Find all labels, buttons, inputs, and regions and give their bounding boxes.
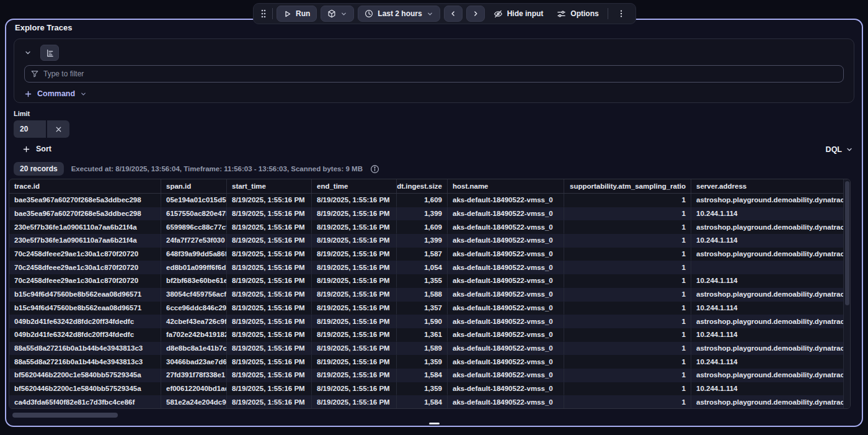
vertical-scrollbar-thumb[interactable] — [845, 181, 849, 305]
vertical-scrollbar[interactable] — [843, 179, 850, 409]
add-sort-button[interactable]: Sort — [22, 145, 51, 153]
table-cell: 1,355 — [397, 274, 448, 288]
page-title: Explore Traces — [15, 23, 73, 32]
table-cell: b15c94f6d47560be8b562eaa08d96571 — [9, 302, 161, 315]
table-cell: 10.244.1.114 — [691, 328, 843, 342]
table-cell: 8/19/2025, 1:55:16 PM — [312, 234, 397, 248]
run-button[interactable]: Run — [277, 6, 317, 22]
table-cell: 049b2d41fe63242d8fdc20ff34fdedfc — [9, 315, 161, 328]
options-button[interactable]: Options — [552, 6, 603, 22]
table-cell: 8/19/2025, 1:55:16 PM — [227, 328, 312, 342]
table-row[interactable]: 88a55d8a27216b0a1b44b4e3943813c330466bad… — [9, 355, 843, 369]
table-cell: astroshop.playground.demoability.dynatra… — [691, 395, 843, 409]
play-icon — [283, 10, 291, 18]
table-cell: bf5620446b2200c1e5840bb57529345a — [9, 369, 161, 382]
table-cell: 230e5f7b36fe1a0906110a7aa6b21f4a — [9, 220, 161, 234]
table-cell: 8/19/2025, 1:55:16 PM — [312, 382, 397, 396]
table-cell: aks-default-18490522-vmss_0 — [448, 355, 564, 369]
column-header[interactable]: server.address — [691, 179, 843, 193]
table-cell: 10.244.1.114 — [691, 355, 843, 369]
filter-input[interactable] — [43, 70, 838, 78]
dql-label: DQL — [826, 145, 842, 154]
limit-control — [14, 120, 69, 138]
table-cell: 10.244.1.114 — [691, 302, 843, 315]
table-row[interactable]: b15c94f6d47560be8b562eaa08d965716cce96dd… — [9, 302, 843, 315]
column-header[interactable]: span.id — [161, 179, 227, 193]
column-header[interactable]: dt.ingest.size — [397, 179, 448, 193]
column-header[interactable]: supportability.atm_sampling_ratio — [564, 179, 691, 193]
plus-icon — [24, 90, 32, 98]
table-cell: 1 — [564, 220, 691, 234]
table-row[interactable]: b15c94f6d47560be8b562eaa08d9657138054cf4… — [9, 288, 843, 302]
table-cell: 1 — [564, 302, 691, 315]
table-cell: 8/19/2025, 1:55:16 PM — [312, 207, 397, 221]
filter-field[interactable] — [24, 65, 844, 83]
limit-input[interactable] — [14, 120, 46, 138]
column-header[interactable]: end_time — [312, 179, 397, 193]
timeframe-label: Last 2 hours — [378, 9, 422, 18]
table-cell: 8/19/2025, 1:55:16 PM — [227, 248, 312, 261]
results-table-container: trace.idspan.idstart_timeend_timedt.inge… — [9, 179, 851, 409]
timeframe-selector[interactable]: Last 2 hours — [358, 6, 440, 22]
table-cell: 8/19/2025, 1:55:16 PM — [312, 274, 397, 288]
table-cell: 1,584 — [397, 369, 448, 382]
table-cell: 1,054 — [397, 261, 448, 274]
horizontal-scrollbar-thumb[interactable] — [12, 413, 118, 418]
collapse-query-icon[interactable] — [24, 49, 32, 56]
more-menu-button[interactable] — [612, 6, 631, 22]
panel-resize-handle[interactable] — [429, 423, 440, 424]
dql-toggle[interactable]: DQL — [826, 145, 853, 154]
table-row[interactable]: 230e5f7b36fe1a0906110a7aa6b21f4a24fa7f72… — [9, 234, 843, 248]
history-back-button[interactable] — [444, 6, 463, 22]
drag-handle-icon[interactable] — [259, 9, 268, 19]
add-command-label: Command — [37, 89, 75, 98]
table-cell: 8/19/2025, 1:55:16 PM — [227, 355, 312, 369]
table-cell: 8/19/2025, 1:55:16 PM — [227, 194, 312, 207]
floating-toolbar: Run Last 2 hours — [253, 3, 636, 24]
table-row[interactable]: bf5620446b2200c1e5840bb57529345a27fd391f… — [9, 369, 843, 382]
table-cell: 581e2a24e204dc90 — [161, 395, 227, 409]
table-cell: ef006122040bd1ad — [161, 382, 227, 396]
add-sort-label: Sort — [36, 145, 51, 153]
run-mode-dropdown[interactable] — [321, 6, 354, 22]
table-cell: 8/19/2025, 1:55:16 PM — [227, 369, 312, 382]
table-cell: 1,361 — [397, 328, 448, 342]
table-cell: 1 — [564, 382, 691, 396]
table-cell: 230e5f7b36fe1a0906110a7aa6b21f4a — [9, 234, 161, 248]
horizontal-scrollbar[interactable] — [9, 413, 859, 418]
table-cell: 8/19/2025, 1:55:16 PM — [227, 274, 312, 288]
table-cell: b15c94f6d47560be8b562eaa08d96571 — [9, 288, 161, 302]
table-cell: 049b2d41fe63242d8fdc20ff34fdedfc — [9, 328, 161, 342]
table-cell: 8/19/2025, 1:55:16 PM — [227, 207, 312, 221]
table-row[interactable]: 70c2458dfeee29ae1c30a1c870f20720648f39a9… — [9, 248, 843, 261]
table-cell: 1,588 — [397, 288, 448, 302]
table-cell: 8/19/2025, 1:55:16 PM — [227, 302, 312, 315]
table-cell: 8/19/2025, 1:55:16 PM — [227, 315, 312, 328]
history-forward-button[interactable] — [466, 6, 485, 22]
table-row[interactable]: 88a55d8a27216b0a1b44b4e3943813c3d8e8bc8a… — [9, 342, 843, 356]
table-row[interactable]: ca4d3fda65f40f82e81c7d3fbc4ce86f581e2a24… — [9, 395, 843, 409]
table-row[interactable]: 230e5f7b36fe1a0906110a7aa6b21f4a6599896c… — [9, 220, 843, 234]
span-tree-view-button[interactable] — [40, 45, 59, 61]
kebab-menu-icon — [618, 9, 625, 18]
column-header[interactable]: start_time — [227, 179, 312, 193]
table-cell: 1,359 — [397, 355, 448, 369]
table-cell: 6599896cc88c77c9 — [161, 220, 227, 234]
hide-input-button[interactable]: Hide input — [489, 6, 549, 22]
table-row[interactable]: bae35ea967a60270f268e5a3ddbec2986157550a… — [9, 207, 843, 221]
table-cell: 1,399 — [397, 207, 448, 221]
table-cell: 70c2458dfeee29ae1c30a1c870f20720 — [9, 261, 161, 274]
table-row[interactable]: 049b2d41fe63242d8fdc20ff34fdedfcfa702e24… — [9, 328, 843, 342]
add-command-button[interactable]: Command — [24, 89, 87, 98]
column-header[interactable]: trace.id — [9, 179, 161, 193]
table-row[interactable]: 049b2d41fe63242d8fdc20ff34fdedfc42cbef43… — [9, 315, 843, 328]
info-icon[interactable] — [370, 164, 379, 174]
table-row[interactable]: bf5620446b2200c1e5840bb57529345aef006122… — [9, 382, 843, 396]
table-cell: 1 — [564, 261, 691, 274]
limit-clear-button[interactable] — [47, 120, 69, 138]
table-cell: 8/19/2025, 1:55:16 PM — [312, 328, 397, 342]
table-row[interactable]: 70c2458dfeee29ae1c30a1c870f20720ed8b01a0… — [9, 261, 843, 274]
column-header[interactable]: host.name — [448, 179, 564, 193]
table-row[interactable]: 70c2458dfeee29ae1c30a1c870f20720bf2bf683… — [9, 274, 843, 288]
table-row[interactable]: bae35ea967a60270f268e5a3ddbec29805e194a0… — [9, 194, 843, 207]
